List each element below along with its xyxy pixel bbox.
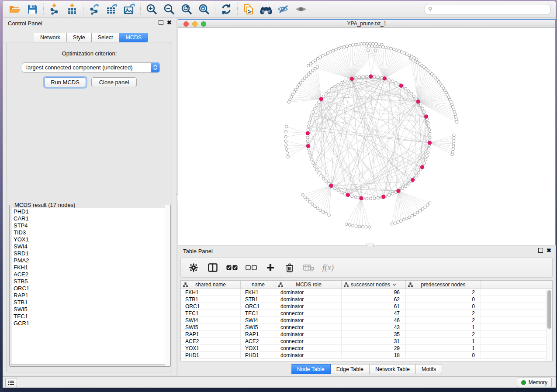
network-node[interactable] — [318, 172, 320, 174]
network-node[interactable] — [308, 151, 311, 154]
network-leaf-node[interactable] — [411, 214, 413, 217]
network-leaf-node[interactable] — [402, 219, 405, 221]
network-leaf-node[interactable] — [346, 45, 348, 48]
mcds-hub-node[interactable] — [329, 184, 333, 188]
export-table-icon[interactable] — [103, 2, 121, 16]
column-header-shared-name[interactable]: shared name — [181, 281, 241, 289]
maximize-window-icon[interactable] — [201, 21, 206, 27]
network-leaf-node[interactable] — [304, 196, 306, 199]
mcds-hub-node[interactable] — [383, 76, 387, 80]
task-history-button[interactable] — [5, 378, 17, 387]
cell-predecessor_nodes[interactable]: 0 — [406, 296, 481, 303]
table-row[interactable]: ORC1ORC1dominator610 — [181, 303, 552, 310]
network-node[interactable] — [307, 125, 310, 127]
network-leaf-node[interactable] — [368, 226, 371, 228]
network-leaf-node[interactable] — [284, 140, 287, 142]
mcds-result-item[interactable]: SRD1 — [11, 250, 169, 257]
network-leaf-node[interactable] — [429, 202, 431, 204]
mcds-hub-node[interactable] — [428, 141, 432, 145]
mcds-hub-node[interactable] — [360, 196, 363, 200]
mcds-hub-node[interactable] — [346, 193, 350, 197]
cell-successor_nodes[interactable]: 29 — [342, 345, 406, 351]
network-node[interactable] — [404, 87, 407, 90]
network-node[interactable] — [362, 75, 364, 78]
network-leaf-node[interactable] — [394, 222, 396, 224]
network-node[interactable] — [373, 75, 376, 78]
cell-name[interactable]: ACE2 — [241, 338, 276, 344]
cell-mcds_role[interactable]: connector — [276, 338, 342, 344]
network-leaf-node[interactable] — [287, 100, 290, 103]
search-input[interactable] — [425, 4, 550, 14]
mcds-hub-node[interactable] — [319, 97, 323, 101]
show-all-icon[interactable] — [292, 2, 310, 16]
table-scrollbar-thumb[interactable] — [547, 290, 551, 329]
network-leaf-node[interactable] — [403, 52, 405, 54]
network-leaf-node[interactable] — [314, 205, 316, 207]
network-leaf-node[interactable] — [399, 220, 402, 222]
mcds-hub-node[interactable] — [411, 178, 415, 182]
network-node[interactable] — [404, 185, 407, 188]
cell-name[interactable]: ORC1 — [241, 303, 276, 309]
network-node[interactable] — [373, 197, 376, 199]
export-network-icon[interactable] — [86, 2, 103, 16]
network-node[interactable] — [407, 89, 410, 92]
network-node[interactable] — [429, 132, 431, 135]
network-node[interactable] — [394, 81, 397, 84]
network-leaf-node[interactable] — [322, 211, 325, 213]
cell-predecessor_nodes[interactable]: 0 — [406, 303, 481, 309]
network-leaf-node[interactable] — [351, 224, 354, 227]
cell-name[interactable]: FKH1 — [241, 289, 276, 296]
network-node[interactable] — [325, 180, 327, 182]
float-panel-icon[interactable] — [538, 248, 543, 253]
network-node[interactable] — [333, 187, 336, 190]
mcds-result-item[interactable]: TEC1 — [11, 313, 169, 320]
network-node[interactable] — [358, 76, 360, 78]
network-leaf-node[interactable] — [400, 51, 403, 53]
network-node[interactable] — [410, 92, 412, 95]
network-leaf-node[interactable] — [451, 150, 454, 153]
refresh-view-icon[interactable] — [218, 2, 235, 16]
network-node[interactable] — [427, 151, 429, 154]
mcds-hub-node[interactable] — [369, 75, 373, 79]
network-leaf-node[interactable] — [384, 46, 387, 48]
network-leaf-node[interactable] — [366, 42, 368, 45]
cell-mcds_role[interactable]: dominator — [276, 352, 342, 358]
column-header-MCDS-role[interactable]: MCDS role — [276, 281, 342, 289]
network-node[interactable] — [407, 182, 410, 185]
network-node[interactable] — [307, 129, 309, 131]
network-leaf-node[interactable] — [349, 44, 351, 47]
network-node[interactable] — [347, 79, 349, 81]
network-node[interactable] — [377, 76, 379, 78]
cell-mcds_role[interactable]: dominator — [276, 289, 342, 296]
mcds-hub-node[interactable] — [397, 189, 401, 193]
table-row[interactable]: SWI4SWI4dominator462 — [181, 317, 552, 324]
network-leaf-node[interactable] — [405, 217, 408, 220]
network-leaf-node[interactable] — [348, 224, 351, 226]
cell-shared_name[interactable]: ORC1 — [181, 303, 241, 309]
network-leaf-node[interactable] — [345, 223, 347, 225]
mcds-result-item[interactable]: STB1 — [11, 299, 169, 306]
network-leaf-node[interactable] — [374, 42, 377, 45]
hide-selected-icon[interactable] — [275, 2, 292, 16]
mcds-hub-node[interactable] — [399, 84, 403, 88]
network-leaf-node[interactable] — [285, 125, 287, 128]
network-leaf-node[interactable] — [306, 198, 308, 201]
network-leaf-node[interactable] — [289, 98, 291, 101]
network-node[interactable] — [415, 175, 418, 177]
cell-shared_name[interactable]: STB1 — [181, 296, 241, 303]
network-node[interactable] — [423, 110, 426, 113]
network-leaf-node[interactable] — [324, 53, 326, 55]
run-mcds-button[interactable]: Run MCDS — [44, 77, 86, 87]
cell-name[interactable]: PHD1 — [241, 352, 276, 358]
cell-name[interactable]: TEC1 — [241, 310, 276, 316]
cell-predecessor_nodes[interactable]: 0 — [406, 352, 481, 358]
minimize-window-icon[interactable] — [192, 21, 197, 27]
cell-name[interactable]: SWI4 — [241, 317, 276, 323]
zoom-in-icon[interactable] — [143, 2, 160, 16]
float-panel-icon[interactable] — [159, 20, 163, 25]
network-leaf-node[interactable] — [419, 210, 421, 212]
cell-mcds_role[interactable]: dominator — [276, 331, 342, 337]
zoom-fit-icon[interactable] — [178, 2, 195, 16]
table-row[interactable]: STB1STB1dominator620 — [181, 296, 552, 303]
cell-mcds_role[interactable]: connector — [276, 345, 342, 351]
